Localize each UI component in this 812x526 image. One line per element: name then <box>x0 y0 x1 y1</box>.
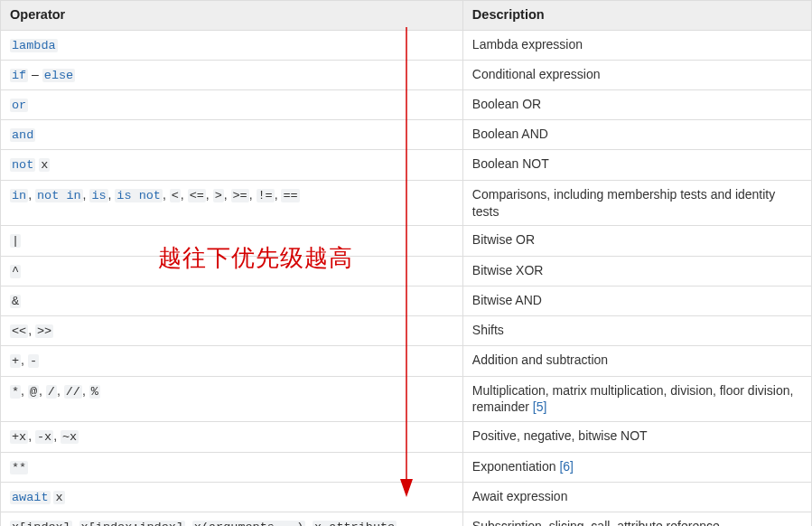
description-cell: Conditional expression <box>462 60 811 89</box>
text-span: , <box>57 383 64 398</box>
text-span: Boolean OR <box>472 97 541 111</box>
description-cell: Shifts <box>462 316 811 346</box>
description-cell: Await expression <box>462 482 811 512</box>
keyword-link[interactable]: is <box>89 189 107 202</box>
keyword-link[interactable]: else <box>42 69 75 82</box>
table-header-row: Operator Description <box>1 1 812 31</box>
code-token: | <box>10 234 21 248</box>
table-row: in, not in, is, is not, <, <=, >, >=, !=… <box>1 180 812 226</box>
code-token: // <box>64 385 82 399</box>
description-cell: Addition and subtraction <box>462 346 811 376</box>
code-token: @ <box>28 385 39 399</box>
code-token: x[index] <box>10 521 72 526</box>
description-cell: Exponentiation [6] <box>462 452 811 482</box>
operator-cell: & <box>1 286 463 315</box>
code-token: >> <box>35 324 53 338</box>
text-span: Comparisons, including membership tests … <box>472 187 775 219</box>
operator-cell: ^ <box>1 256 463 286</box>
code-token: + <box>10 354 21 368</box>
description-cell: Multiplication, matrix multiplication, d… <box>462 376 811 422</box>
code-token: >= <box>231 189 249 202</box>
keyword-link[interactable]: is not <box>115 189 163 202</box>
code-token: x(arguments...) <box>192 521 306 526</box>
operator-cell: <<, >> <box>1 316 463 346</box>
code-token: * <box>10 385 21 399</box>
text-span: , <box>21 383 28 398</box>
operator-cell: +, - <box>1 346 463 376</box>
description-cell: Boolean AND <box>462 120 811 150</box>
operator-cell: await x <box>1 482 463 512</box>
description-cell: Positive, negative, bitwise NOT <box>462 422 811 452</box>
description-cell: Boolean NOT <box>462 150 811 180</box>
keyword-link[interactable]: and <box>10 128 35 142</box>
keyword-link[interactable]: if <box>10 69 28 82</box>
text-span: Multiplication, matrix multiplication, d… <box>472 383 794 415</box>
code-token: > <box>213 189 224 202</box>
text-span: , <box>249 187 257 202</box>
code-token: <= <box>188 189 206 202</box>
code-token: -x <box>35 430 53 444</box>
code-token: x <box>39 158 50 172</box>
code-token: != <box>257 189 275 202</box>
operator-precedence-table: Operator Description lambdaLambda expres… <box>0 0 812 526</box>
text-span: Bitwise XOR <box>472 263 544 277</box>
table-row: orBoolean OR <box>1 90 812 120</box>
table-row: +, -Addition and subtraction <box>1 346 812 376</box>
text-span: , <box>163 187 170 202</box>
text-span: , <box>28 428 35 443</box>
text-span: , <box>206 187 213 202</box>
keyword-link[interactable]: not in <box>35 189 83 202</box>
header-description: Description <box>462 1 811 31</box>
code-token: ~x <box>61 430 79 444</box>
table-row: await xAwait expression <box>1 482 812 512</box>
table-row: if – elseConditional expression <box>1 60 812 89</box>
operator-cell: | <box>1 226 463 256</box>
keyword-link[interactable]: lambda <box>10 39 58 52</box>
text-span: , <box>72 519 79 526</box>
text-span: , <box>21 352 28 367</box>
code-token: x <box>53 491 64 504</box>
description-cell: Boolean OR <box>462 90 811 120</box>
text-span: Positive, negative, bitwise NOT <box>472 428 648 443</box>
operator-cell: x[index], x[index:index], x(arguments...… <box>1 512 463 526</box>
text-span: , <box>28 187 35 202</box>
table-row: |Bitwise OR <box>1 226 812 256</box>
code-token: x.attribute <box>313 521 397 526</box>
text-span: Shifts <box>472 323 504 337</box>
text-span: , <box>181 187 188 202</box>
description-cell: Subscription, slicing, call, attribute r… <box>462 512 811 526</box>
table-row: andBoolean AND <box>1 120 812 150</box>
table-row: x[index], x[index:index], x(arguments...… <box>1 512 812 526</box>
code-token: - <box>28 354 39 368</box>
description-cell: Bitwise AND <box>462 286 811 315</box>
text-span: Subscription, slicing, call, attribute r… <box>472 519 720 526</box>
code-token: << <box>10 324 28 338</box>
keyword-link[interactable]: await <box>10 491 51 504</box>
text-span: , <box>185 519 192 526</box>
keyword-link[interactable]: not <box>10 158 35 172</box>
code-token: x[index:index] <box>79 521 185 526</box>
keyword-link[interactable]: in <box>10 189 28 202</box>
table-row: not xBoolean NOT <box>1 150 812 180</box>
footnote-link[interactable]: [5] <box>533 399 547 414</box>
text-span: , <box>53 428 61 443</box>
text-span: , <box>82 383 89 398</box>
description-cell: Comparisons, including membership tests … <box>462 180 811 226</box>
text-span: Boolean NOT <box>472 156 549 171</box>
table-row: <<, >>Shifts <box>1 316 812 346</box>
text-span: , <box>305 519 313 526</box>
text-span: Bitwise OR <box>472 232 535 247</box>
operator-cell: *, @, /, //, % <box>1 376 463 422</box>
operator-cell: in, not in, is, is not, <, <=, >, >=, !=… <box>1 180 463 226</box>
footnote-link[interactable]: [6] <box>559 459 574 474</box>
keyword-link[interactable]: or <box>10 99 28 112</box>
table-row: +x, -x, ~xPositive, negative, bitwise NO… <box>1 422 812 452</box>
code-token: < <box>170 189 181 202</box>
operator-cell: +x, -x, ~x <box>1 422 463 452</box>
description-cell: Bitwise OR <box>462 226 811 256</box>
code-token: % <box>89 385 100 399</box>
text-span: Addition and subtraction <box>472 352 608 367</box>
operator-cell: and <box>1 120 463 150</box>
text-span: , <box>224 187 231 202</box>
operator-cell: if – else <box>1 60 463 89</box>
